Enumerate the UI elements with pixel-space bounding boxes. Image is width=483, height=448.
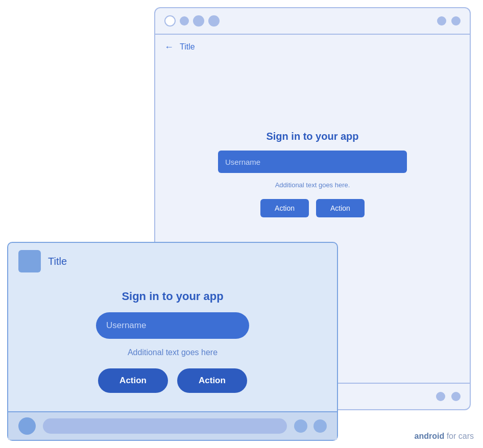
- status-dot-right-2: [451, 16, 461, 26]
- car-bottom-right: [294, 419, 327, 433]
- car-sign-in-heading: Sign in to your app: [122, 290, 223, 303]
- car-bottom-dot-sm-1: [294, 419, 307, 433]
- car-bottom-bar: [8, 411, 337, 440]
- status-dot-2: [180, 16, 189, 26]
- back-arrow-icon[interactable]: ←: [164, 42, 174, 53]
- status-dot-3: [193, 15, 204, 27]
- phone-bottom-dot-2: [451, 392, 461, 401]
- status-dot-4: [208, 15, 220, 27]
- phone-bottom-dot-1: [436, 392, 445, 401]
- phone-status-left: [164, 15, 220, 27]
- android-for-cars-label: android for cars: [415, 432, 474, 441]
- car-content: Sign in to your app Username Additional …: [8, 280, 337, 393]
- phone-helper-text: Additional text goes here.: [275, 181, 350, 189]
- car-bottom-pill: [43, 418, 287, 434]
- phone-status-bar: [155, 8, 470, 35]
- phone-action-button-2[interactable]: Action: [316, 199, 365, 217]
- brand-bold: android: [415, 432, 445, 440]
- car-action-button-1[interactable]: Action: [98, 368, 168, 393]
- car-bottom-dot: [18, 417, 36, 435]
- phone-sign-in-heading: Sign in to your app: [266, 131, 358, 142]
- car-title: Title: [48, 256, 67, 267]
- phone-content: Sign in to your app Username Additional …: [155, 59, 470, 217]
- phone-nav-title: Title: [180, 42, 195, 52]
- car-mockup: Title Sign in to your app Username Addit…: [7, 242, 338, 441]
- car-action-button-2[interactable]: Action: [177, 368, 247, 393]
- status-dot-1: [164, 15, 176, 27]
- car-bottom-dot-sm-2: [313, 419, 327, 433]
- brand-rest: for cars: [444, 432, 474, 440]
- car-action-buttons: Action Action: [98, 368, 247, 393]
- phone-nav-bar: ← Title: [155, 35, 470, 59]
- status-dot-right-1: [437, 16, 446, 26]
- car-helper-text: Additional text goes here: [128, 348, 218, 357]
- car-username-input[interactable]: Username: [96, 312, 249, 339]
- phone-status-right: [437, 16, 461, 26]
- car-header: Title: [8, 243, 337, 280]
- phone-action-buttons: Action Action: [260, 199, 365, 217]
- car-app-icon: [18, 250, 41, 272]
- phone-username-input[interactable]: Username: [218, 151, 407, 173]
- phone-action-button-1[interactable]: Action: [260, 199, 309, 217]
